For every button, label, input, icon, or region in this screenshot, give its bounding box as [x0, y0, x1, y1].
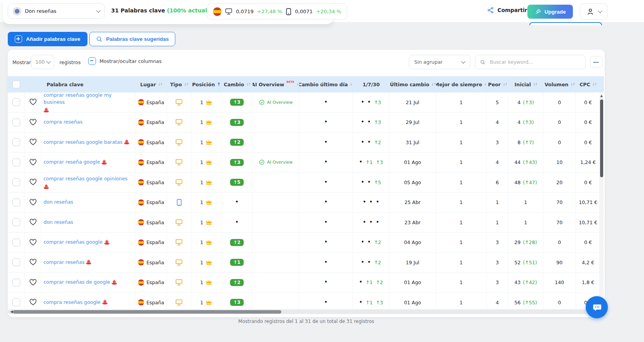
sort-icon[interactable]: ↓↑ [350, 82, 353, 86]
heart-icon[interactable] [29, 219, 37, 226]
cpc-value: 1,8 € [582, 279, 594, 285]
column-header-posicion[interactable]: Posición↑ [191, 76, 222, 92]
keyword-link[interactable]: comprar reseñas google baratas [44, 139, 122, 146]
keyword-cell: comprar reseñas [41, 253, 135, 272]
upgrade-button[interactable]: Upgrade [527, 5, 573, 19]
heart-icon[interactable] [29, 119, 37, 126]
sort-icon[interactable]: ↓↑ [246, 82, 250, 86]
worst-value: 5 [496, 99, 499, 105]
chat-widget-button[interactable] [586, 296, 608, 318]
horizontal-scrollbar-thumb[interactable] [13, 310, 281, 314]
column-header-ai-overview[interactable]: AI OverviewBETA↓↑ [253, 76, 299, 92]
row-checkbox[interactable] [12, 138, 20, 146]
worst-cell: 4 [487, 113, 508, 133]
column-header-palabra-clave[interactable]: Palabra clave [41, 76, 135, 92]
column-header-mejor-de-siempre[interactable]: Mejor de siempre↓↑ [436, 76, 487, 92]
volume-value: 0 [558, 239, 561, 245]
column-header-1-7-30[interactable]: 1/7/30 [353, 76, 389, 92]
best-ever-cell: 1 [436, 92, 487, 112]
scroll-left-arrow[interactable]: ◀ [10, 309, 13, 316]
sort-icon[interactable]: ↓↑ [431, 82, 436, 86]
sort-icon[interactable]: ↓↑ [184, 82, 188, 86]
column-header-volumen[interactable]: Volumen↓↑ [543, 76, 576, 92]
upgrade-label: Upgrade [545, 9, 566, 15]
column-header-peor[interactable]: Peor↓↑ [487, 76, 508, 92]
row-checkbox[interactable] [12, 98, 20, 106]
heart-icon[interactable] [29, 239, 37, 246]
cpc-cell: 0 € [576, 92, 600, 112]
position-cell: 1 [191, 213, 222, 232]
best-ever-value: 1 [460, 199, 463, 205]
device-type-cell [167, 253, 191, 272]
keyword-link[interactable]: comprar reseñas google my business [44, 92, 132, 106]
sort-icon[interactable]: ↓↑ [571, 82, 575, 86]
sort-icon[interactable]: ↓↑ [296, 82, 299, 86]
column-header-ultimo-cambio[interactable]: Último cambio↓↑ [389, 76, 436, 92]
heart-icon[interactable] [29, 179, 37, 186]
keyword-cell: don reseñas [41, 213, 135, 232]
heart-icon[interactable] [29, 259, 37, 266]
keyword-link[interactable]: comprar reseñas google [44, 239, 103, 246]
row-checkbox[interactable] [12, 159, 20, 166]
heart-icon[interactable] [29, 199, 37, 206]
keyword-link[interactable]: comprar reseñas google opiniones [44, 175, 127, 183]
table-body: comprar reseñas google my businessEspaña… [8, 92, 604, 313]
visibility-metrics: 0,0719 +27,48 % 0,0071 +20,34 % [207, 3, 347, 19]
heart-icon[interactable] [29, 299, 37, 306]
sort-icon[interactable]: ↓↑ [533, 82, 537, 86]
row-checkbox[interactable] [12, 298, 20, 306]
project-select[interactable]: Don reseñas [8, 3, 105, 19]
sort-icon[interactable]: ↓↑ [503, 82, 507, 86]
column-header-lugar[interactable]: Lugar↓↑ [135, 76, 167, 92]
vertical-scrollbar-thumb[interactable] [600, 99, 603, 177]
sort-asc-icon[interactable]: ↑ [217, 82, 221, 87]
keyword-link[interactable]: don reseñas [44, 219, 73, 226]
spain-flag-icon [138, 259, 144, 265]
row-checkbox[interactable] [12, 279, 20, 286]
account-menu[interactable] [580, 3, 608, 20]
keyword-link[interactable]: comprar reseñas de google [44, 279, 110, 286]
sort-icon[interactable]: ↓↑ [158, 82, 162, 86]
best-ever-value: 1 [460, 279, 463, 285]
row-checkbox[interactable] [12, 218, 20, 226]
keyword-link[interactable]: comprar reseña google [44, 159, 100, 166]
change-1-7-30-cell: ••↑3 [353, 92, 389, 112]
no-change-dot: • [324, 199, 328, 205]
share-button[interactable]: Compartir [487, 7, 527, 14]
page-size-select[interactable]: 100 [31, 55, 54, 69]
sort-icon[interactable]: ↓↑ [592, 82, 597, 86]
keyword-link[interactable]: compra reseñas [44, 119, 82, 126]
column-header-cambio[interactable]: Cambio↓↑ [222, 76, 253, 92]
heart-icon[interactable] [29, 159, 37, 166]
row-checkbox[interactable] [12, 119, 20, 126]
keyword-link[interactable]: comprar reseñas [44, 259, 84, 266]
row-checkbox[interactable] [12, 199, 20, 206]
spain-flag-icon [138, 179, 144, 185]
keyword-link[interactable]: don reseñas [44, 199, 73, 206]
horizontal-scrollbar[interactable] [8, 309, 604, 314]
keyword-link[interactable]: compra reseñas google [44, 299, 101, 306]
select-all-checkbox[interactable] [12, 80, 20, 88]
heart-icon[interactable] [29, 139, 37, 146]
row-checkbox[interactable] [12, 258, 20, 266]
vertical-scrollbar[interactable]: ▲ [599, 93, 604, 309]
spain-flag-icon [138, 159, 144, 166]
more-options-button[interactable]: ••• [590, 56, 602, 68]
suggested-keywords-label: Palabras clave sugeridas [106, 36, 169, 42]
column-header-cpc[interactable]: CPC↓↑ [576, 76, 600, 92]
heart-icon[interactable] [29, 279, 37, 286]
column-header-tipo[interactable]: Tipo↓↑ [167, 76, 191, 92]
row-checkbox[interactable] [12, 239, 20, 246]
search-input[interactable] [489, 59, 581, 65]
row-checkbox[interactable] [12, 178, 20, 186]
heart-icon[interactable] [29, 99, 37, 106]
column-header-inicial[interactable]: Inicial↓↑ [508, 76, 543, 92]
group-select[interactable]: Sin agrupar [409, 55, 470, 69]
toggle-columns-button[interactable]: Mostrar/ocultar columnas [88, 57, 162, 65]
add-keywords-button[interactable]: Añadir palabras clave [8, 32, 87, 46]
column-header-cambio-ultimo-dia[interactable]: Cambio último día↓↑ [299, 76, 353, 92]
suggested-keywords-button[interactable]: Palabras clave sugeridas [89, 32, 175, 46]
scroll-up-arrow[interactable]: ▲ [599, 94, 604, 98]
location-cell: España [135, 173, 167, 192]
sort-icon[interactable]: ↓↑ [484, 82, 487, 86]
